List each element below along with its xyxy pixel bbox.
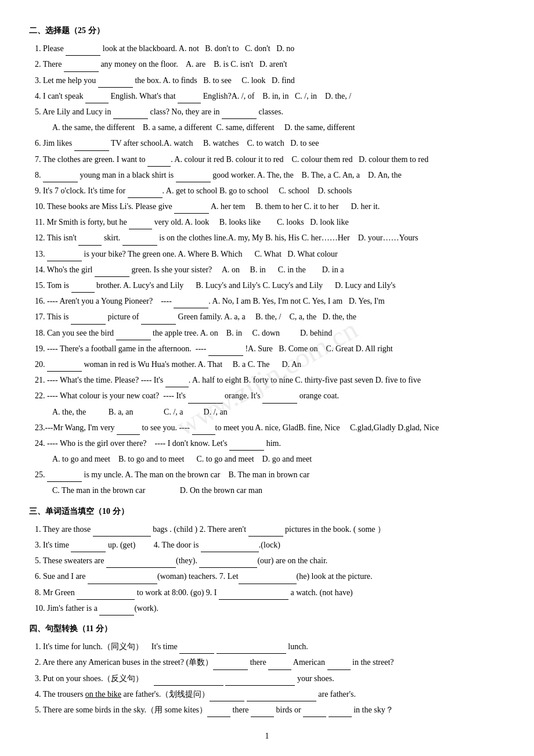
blank-5a	[113, 110, 148, 119]
q24-options: A. to go and meet B. to go and to meet C…	[29, 452, 505, 466]
blank-12a	[78, 236, 102, 246]
blank-2	[64, 63, 99, 72]
blank-s4-5c	[303, 708, 326, 717]
blank-5b	[222, 110, 257, 119]
s4-q2: 2. Are there any American buses in the s…	[29, 655, 505, 669]
blank-9	[128, 189, 163, 198]
blank-23b	[192, 426, 215, 435]
blank-1	[66, 46, 100, 56]
section4: 四、句型转换（11 分） 1. It's time for lunch.（同义句…	[29, 621, 505, 717]
blank-s3-6	[99, 606, 134, 615]
q25: 25. is my uncle. A. The man on the brown…	[29, 467, 505, 482]
q1: 1. Please look at the blackboard. A. not…	[29, 41, 505, 56]
blank-17b	[141, 315, 176, 325]
s3-q6: 10. Jim's father is a (work).	[29, 601, 505, 615]
q12: 12. This isn't skirt. is on the clothes …	[29, 231, 505, 245]
blank-s4-4b	[247, 692, 316, 701]
blank-s4-1b	[217, 645, 286, 654]
blank-4a	[85, 94, 109, 103]
blank-17a	[71, 315, 106, 325]
q17: 17. This is picture of Green family. A. …	[29, 309, 505, 324]
blank-24	[229, 441, 264, 451]
q9: 9. It's 7 o'clock. It's time for . A. ge…	[29, 183, 505, 198]
blank-s3-5a	[77, 591, 135, 600]
s4-q5: 5. There are some birds in the sky.（用 so…	[29, 703, 505, 717]
blank-s4-1a	[179, 645, 214, 654]
section2: 二、选择题（25 分） 1. Please look at the blackb…	[29, 23, 505, 498]
q21: 21. ---- What's the time. Please? ---- I…	[29, 373, 505, 387]
blank-s3-4b	[239, 575, 297, 584]
blank-8a	[43, 173, 78, 182]
q6: 6. Jim likes TV after school.A. watch B.…	[29, 136, 505, 150]
q19: 19. ---- There's a football game in the …	[29, 341, 505, 356]
blank-s3-2b	[201, 543, 259, 552]
blank-s3-2a	[71, 543, 106, 552]
s3-q3: 5. These sweaters are (they). (our) are …	[29, 553, 505, 568]
s4-q3: 3. Put on your shoes.（反义句） your shoes.	[29, 671, 505, 686]
q24: 24. ---- Who is the girl over there? ---…	[29, 436, 505, 451]
q22: 22. ---- What colour is your new coat? -…	[29, 388, 505, 403]
blank-8b	[176, 173, 211, 182]
q2: 2. There any money on the floor. A. are …	[29, 57, 505, 71]
blank-21	[165, 378, 189, 387]
blank-7	[147, 157, 171, 167]
q8: 8. young man in a black shirt is good wo…	[29, 168, 505, 182]
q25-options: C. The man in the brown car D. On the br…	[29, 483, 505, 498]
q23: 23.---Mr Wang, I'm very to see you. ----…	[29, 420, 505, 435]
blank-22b	[262, 394, 297, 404]
q18: 18. Can you see the bird the apple tree.…	[29, 326, 505, 340]
blank-s4-3a	[154, 676, 223, 686]
q20: 20. woman in red is Wu Hua's mother. A. …	[29, 357, 505, 372]
section3: 三、单词适当填空（10 分） 1. They are those bags . …	[29, 504, 505, 615]
section4-title: 四、句型转换（11 分）	[29, 621, 505, 636]
blank-s4-5a	[207, 708, 230, 717]
section3-title: 三、单词适当填空（10 分）	[29, 504, 505, 519]
q13: 13. is your bike? The green one. A. Wher…	[29, 247, 505, 261]
blank-22a	[188, 394, 223, 404]
blank-12b	[122, 236, 157, 246]
q5-options: A. the same, the different B. a same, a …	[29, 120, 505, 135]
blank-16	[174, 299, 208, 308]
s3-q5: 8. Mr Green to work at 8:00. (go) 9. I a…	[29, 585, 505, 600]
blank-4b	[178, 94, 201, 103]
blank-s3-3a	[106, 559, 176, 568]
blank-23a	[117, 426, 140, 435]
blank-20	[47, 362, 82, 372]
s3-q1: 1. They are those bags . (child ) 2. The…	[29, 522, 505, 537]
blank-s3-3b	[199, 559, 257, 568]
q22-options: A. the, the B. a, an C. /, a D. /, an	[29, 405, 505, 419]
blank-s3-5b	[219, 591, 288, 600]
blank-19	[208, 347, 243, 356]
s3-q2: 3. It's time up. (get) 4. The door is .(…	[29, 538, 505, 552]
blank-25	[47, 473, 82, 482]
blank-10	[174, 204, 209, 214]
blank-14	[95, 268, 129, 277]
blank-s4-5b	[251, 708, 274, 717]
q4: 4. I can't speak English. What's that En…	[29, 89, 505, 103]
s4-q1: 1. It's time for lunch.（同义句） It's time l…	[29, 639, 505, 654]
section2-title: 二、选择题（25 分）	[29, 23, 505, 38]
q11: 11. Mr Smith is forty, but he very old. …	[29, 215, 505, 229]
blank-s3-1b	[248, 527, 283, 537]
blank-s4-2c	[327, 661, 351, 670]
blank-s4-2b	[268, 661, 291, 670]
q10: 10. These books are Miss Li's. Please gi…	[29, 199, 505, 214]
blank-s3-1a	[93, 527, 151, 537]
blank-18	[116, 331, 151, 340]
q14: 14. Who's the girl green. Is she your si…	[29, 262, 505, 277]
blank-15	[71, 283, 95, 293]
blank-6	[74, 142, 109, 151]
blank-3	[98, 78, 133, 88]
blank-s3-4a	[88, 575, 157, 584]
q5: 5. Are Lily and Lucy in class? No, they …	[29, 105, 505, 119]
page-number: 1	[29, 729, 505, 743]
blank-13	[47, 252, 82, 261]
blank-s4-4a	[210, 692, 244, 701]
s4-q4: 4. The trousers on the bike are father's…	[29, 687, 505, 701]
blank-11	[129, 220, 152, 229]
blank-s4-2a	[213, 661, 248, 670]
blank-s4-5d	[329, 708, 352, 717]
q7: 7. The clothes are green. I want to . A.…	[29, 152, 505, 167]
q15: 15. Tom is brother. A. Lucy's and Lily B…	[29, 278, 505, 293]
q16: 16. ---- Aren't you a Young Pioneer? ---…	[29, 294, 505, 308]
